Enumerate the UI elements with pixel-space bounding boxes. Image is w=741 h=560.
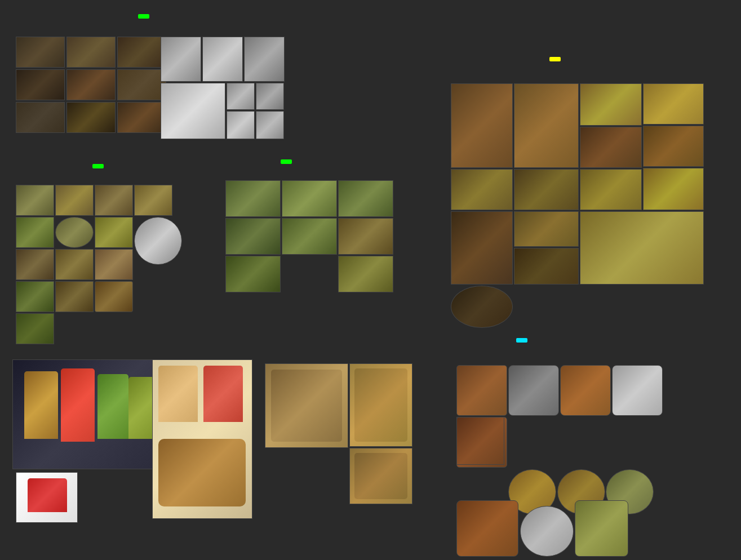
sack-images (265, 363, 414, 490)
cart-ref-images (225, 180, 392, 299)
basket-images (152, 359, 254, 520)
cart-ref-label (281, 159, 292, 164)
wood-ref-label (549, 57, 561, 61)
wheel-ref-label (92, 164, 104, 168)
wheel-ref-images (16, 185, 188, 337)
pot-ref-images (456, 365, 673, 540)
model-ref-pot-images (161, 37, 285, 144)
pot-ref-label (516, 338, 527, 343)
small-jar-image (16, 472, 78, 523)
model-ref-label (138, 14, 149, 19)
wood-ref-images (451, 83, 704, 286)
model-ref-cart-images (16, 37, 168, 135)
jar-images (12, 359, 170, 469)
